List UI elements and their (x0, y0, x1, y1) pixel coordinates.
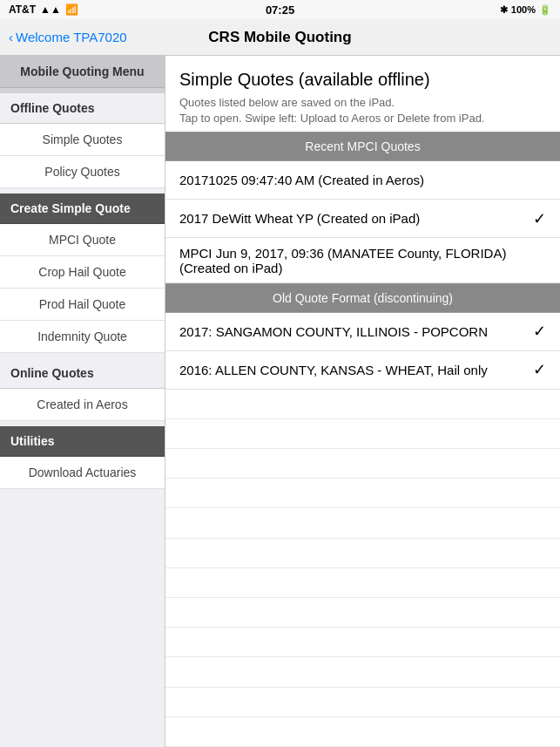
sidebar-item-policy-quotes[interactable]: Policy Quotes (0, 156, 165, 188)
status-left: AT&T ▲▲ 📶 (9, 3, 78, 16)
main-layout: Mobile Quoting Menu Offline Quotes Simpl… (0, 56, 560, 747)
back-label: Welcome TPA7020 (16, 30, 127, 44)
sidebar-utilities-group: Utilities (0, 426, 165, 457)
wifi-icon: 📶 (65, 3, 78, 16)
old-quote-row-0[interactable]: 2017: SANGAMON COUNTY, ILLINOIS - POPCOR… (165, 313, 560, 351)
sidebar-offline-group: Offline Quotes (0, 88, 165, 124)
empty-row-1 (165, 390, 560, 419)
content-header: Simple Quotes (available offline) Quotes… (165, 56, 560, 132)
empty-row-8 (165, 598, 560, 628)
sidebar-item-prod-hail-quote[interactable]: Prod Hail Quote (0, 289, 165, 321)
empty-row-6 (165, 539, 560, 568)
nav-bar: ‹ Welcome TPA7020 CRS Mobile Quoting (0, 19, 560, 56)
checkmark-1: ✓ (533, 209, 546, 228)
empty-row-10 (165, 657, 560, 687)
empty-row-7 (165, 568, 560, 598)
back-button[interactable]: ‹ Welcome TPA7020 (9, 30, 127, 44)
sidebar-online-group: Online Quotes (0, 358, 165, 389)
old-quote-text-0: 2017: SANGAMON COUNTY, ILLINOIS - POPCOR… (179, 324, 488, 339)
content-title: Simple Quotes (available offline) (179, 70, 546, 90)
sidebar-item-crop-hail-quote[interactable]: Crop Hail Quote (0, 256, 165, 289)
status-time: 07:25 (266, 3, 294, 17)
empty-row-11 (165, 688, 560, 717)
empty-row-2 (165, 419, 560, 449)
empty-row-12 (165, 717, 560, 747)
sidebar: Mobile Quoting Menu Offline Quotes Simpl… (0, 56, 165, 747)
sidebar-item-mpci-quote[interactable]: MPCI Quote (0, 224, 165, 256)
quote-text-0: 20171025 09:47:40 AM (Created in Aeros) (179, 173, 424, 187)
battery-icon: 🔋 (539, 4, 551, 16)
sidebar-create-group: Create Simple Quote (0, 194, 165, 224)
chevron-left-icon: ‹ (9, 30, 13, 44)
carrier-label: AT&T (9, 3, 36, 16)
quote-text-1: 2017 DeWitt Wheat YP (Created on iPad) (179, 211, 420, 226)
signal-icon: ▲▲ (40, 3, 61, 16)
empty-row-3 (165, 449, 560, 479)
sidebar-item-created-in-aeros[interactable]: Created in Aeros (0, 389, 165, 421)
sidebar-header: Mobile Quoting Menu (0, 56, 165, 88)
content-subtitle1: Quotes listed below are saved on the iPa… (179, 95, 546, 111)
empty-row-5 (165, 508, 560, 538)
sidebar-item-indemnity-quote[interactable]: Indemnity Quote (0, 321, 165, 353)
bluetooth-icon: ✱ (500, 4, 508, 16)
nav-title: CRS Mobile Quoting (208, 29, 351, 46)
recent-section-header: Recent MPCI Quotes (165, 132, 560, 161)
content-area: Simple Quotes (available offline) Quotes… (165, 56, 560, 747)
old-checkmark-1: ✓ (533, 360, 546, 379)
quote-row-0[interactable]: 20171025 09:47:40 AM (Created in Aeros) (165, 161, 560, 200)
quote-text-2: MPCI Jun 9, 2017, 09:36 (MANATEE County,… (179, 246, 546, 275)
battery-label: 100% (511, 4, 536, 15)
content-subtitle2: Tap to open. Swipe left: Upload to Aeros… (179, 111, 546, 126)
quote-row-2[interactable]: MPCI Jun 9, 2017, 09:36 (MANATEE County,… (165, 238, 560, 282)
old-checkmark-0: ✓ (533, 322, 546, 341)
empty-row-9 (165, 628, 560, 657)
old-section-header: Old Quote Format (discontinuing) (165, 283, 560, 313)
sidebar-item-download-actuaries[interactable]: Download Actuaries (0, 457, 165, 489)
old-quote-text-1: 2016: ALLEN COUNTY, KANSAS - WHEAT, Hail… (179, 363, 488, 377)
quote-row-1[interactable]: 2017 DeWitt Wheat YP (Created on iPad) ✓ (165, 200, 560, 238)
sidebar-item-simple-quotes[interactable]: Simple Quotes (0, 124, 165, 156)
status-bar: AT&T ▲▲ 📶 07:25 ✱ 100% 🔋 (0, 0, 560, 19)
old-quote-row-1[interactable]: 2016: ALLEN COUNTY, KANSAS - WHEAT, Hail… (165, 351, 560, 390)
status-right: ✱ 100% 🔋 (500, 4, 551, 16)
empty-row-4 (165, 479, 560, 508)
